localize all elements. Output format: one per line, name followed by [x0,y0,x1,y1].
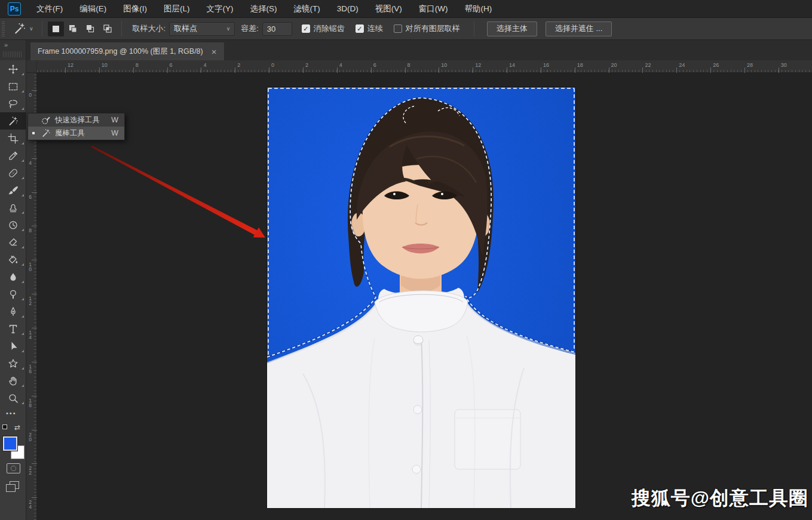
subtract-selection-icon [85,24,95,33]
add-to-selection-mode-button[interactable] [65,21,81,36]
eraser-tool[interactable] [0,233,26,251]
menu-window[interactable]: 窗口(W) [410,0,456,18]
portrait-photo [267,87,575,508]
menu-select[interactable]: 选择(S) [242,0,286,18]
checkbox-icon [394,24,402,33]
ruler-tick-label: 12 [68,62,73,68]
intersect-selection-icon [103,24,112,33]
menu-layer[interactable]: 图层(L) [155,0,198,18]
menu-view[interactable]: 视图(V) [367,0,410,18]
ruler-tick-label: 1 4 [27,330,33,340]
spot-healing-brush-tool[interactable] [0,164,26,181]
ruler-tick-label: 2 4 [27,500,33,509]
select-subject-button[interactable]: 选择主体 [487,21,537,36]
screen-mode-button[interactable] [6,481,20,493]
close-icon[interactable]: × [212,47,217,56]
current-tool-preset[interactable]: ∨ [13,22,33,35]
pen-tool[interactable] [0,303,26,320]
tools-panel: ••• ⇄ [0,60,26,520]
ruler-tick-label: 1 2 [27,296,33,306]
ruler-tick-label: 10 [102,62,108,68]
ruler-tick-label: 2 [237,62,240,68]
menu-image[interactable]: 图像(I) [115,0,155,18]
sample-all-layers-checkbox[interactable]: 对所有图层取样 [394,23,460,34]
add-selection-icon [68,24,78,33]
foreground-color-swatch[interactable] [3,436,17,451]
crop-tool[interactable] [0,130,26,147]
toolbar-header: » [0,40,26,60]
eyedropper-tool[interactable] [0,147,26,164]
type-tool[interactable] [0,320,26,337]
horizontal-ruler[interactable]: 12108642024681012141618202224262830 [37,60,812,73]
flyout-item-magic-wand[interactable]: 魔棒工具 W [28,127,124,140]
default-colors-icon[interactable] [2,424,12,433]
history-brush-tool[interactable] [0,216,26,233]
active-tool-bullet [32,132,35,134]
new-selection-mode-button[interactable] [48,21,64,36]
rectangular-marquee-tool[interactable] [0,78,26,95]
ruler-tick-label: 16 [543,62,549,68]
dodge-tool[interactable] [0,285,26,303]
options-bar-grip[interactable] [2,21,5,36]
subtract-from-selection-mode-button[interactable] [82,21,99,36]
paint-bucket-tool[interactable] [0,251,26,268]
magic-wand-icon [41,128,51,138]
quick-mask-mode-button[interactable] [7,463,20,473]
custom-shape-tool[interactable] [0,355,26,372]
zoom-tool[interactable] [0,389,26,407]
menu-type[interactable]: 文字(Y) [198,0,242,18]
shortcut-key: W [111,116,118,124]
sample-size-dropdown[interactable]: 取样点 ∨ [169,22,235,36]
separator [42,21,42,36]
chevron-down-icon: ∨ [226,26,231,32]
photo-document[interactable] [267,87,575,508]
menu-help[interactable]: 帮助(H) [456,0,500,18]
ruler-tick-label: 1 0 [27,262,33,272]
ruler-tick-label: 4 [339,62,342,68]
ruler-tick-label: 10 [441,62,447,68]
canvas-area[interactable]: 搜狐号@创意工具圈 [37,73,812,520]
brush-tool[interactable] [0,181,26,199]
double-chevron-icon[interactable]: » [4,41,7,48]
anti-alias-checkbox[interactable]: 消除锯齿 [302,23,345,34]
flyout-item-label: 快速选择工具 [55,115,100,125]
clone-stamp-tool[interactable] [0,199,26,216]
contiguous-checkbox[interactable]: 连续 [356,23,383,34]
ruler-tick-label: 18 [577,62,583,68]
document-tab[interactable]: Frame 1000007959.png @ 100% (图层 1, RGB/8… [30,42,225,60]
flyout-item-quick-selection[interactable]: 快速选择工具 W [28,113,124,127]
ruler-tick-label: 8 [407,62,410,68]
ruler-tick-label: 6 [373,62,376,68]
separator [474,21,474,36]
menu-edit[interactable]: 编辑(E) [71,0,115,18]
hand-tool[interactable] [0,372,26,389]
tolerance-input[interactable]: 30 [262,22,292,36]
ruler-tick-label: 2 2 [27,466,33,475]
ruler-tick-label: 26 [713,62,719,68]
menu-file[interactable]: 文件(F) [28,0,71,18]
blur-tool[interactable] [0,268,26,285]
ruler-tick-label: 14 [509,62,515,68]
select-and-mask-button[interactable]: 选择并遮住 ... [546,21,612,36]
ruler-tick-label: 2 [305,62,308,68]
color-swatches [3,436,24,464]
flyout-item-label: 魔棒工具 [55,128,85,139]
magic-wand-tool[interactable] [0,112,26,130]
move-tool[interactable] [0,60,26,78]
menu-3d[interactable]: 3D(D) [329,0,367,18]
tolerance-value: 30 [267,24,275,33]
lasso-tool[interactable] [0,95,26,112]
edit-toolbar-ellipsis-icon[interactable]: ••• [6,410,17,417]
ruler-tick-label: 30 [781,62,787,68]
ruler-corner [26,60,37,73]
contiguous-label: 连续 [367,23,383,34]
menu-filter[interactable]: 滤镜(T) [286,0,329,18]
shortcut-key: W [111,129,118,137]
quick-selection-icon [41,115,51,125]
ruler-tick-label: 6 [170,62,173,68]
intersect-selection-mode-button[interactable] [100,21,116,36]
swap-colors-icon[interactable]: ⇄ [14,423,20,432]
path-selection-tool[interactable] [0,337,26,355]
ruler-tick-label: 12 [475,62,481,68]
ruler-tick-label: 2 0 [27,432,33,442]
